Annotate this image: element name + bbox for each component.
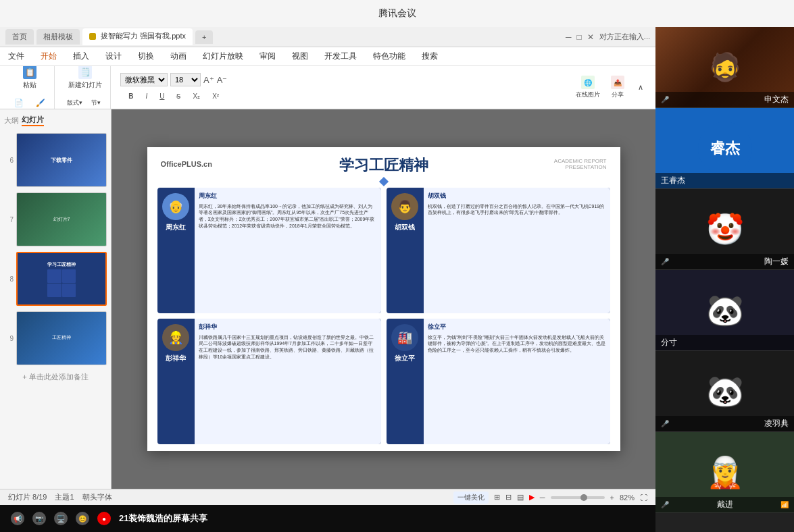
tab-bar: 首页 相册模板 拔智能写力 强国有我.pptx + ─ □ ✕ 对方正在输入..… bbox=[0, 27, 655, 47]
screen-icon[interactable]: 🖥️ bbox=[54, 512, 68, 525]
font-shrink-btn[interactable]: A⁻ bbox=[217, 75, 228, 85]
menu-insert[interactable]: 插入 bbox=[70, 49, 92, 63]
menu-slideshow[interactable]: 幻灯片放映 bbox=[200, 49, 246, 63]
emoji-icon[interactable]: 😊 bbox=[76, 512, 89, 525]
shen-photo: 🧔 bbox=[708, 51, 742, 83]
slide-thumb-8[interactable]: 学习工匠精神 bbox=[16, 252, 107, 306]
slide-thumb-9[interactable]: 工匠精神 bbox=[16, 311, 107, 365]
menu-start[interactable]: 开始 bbox=[38, 49, 59, 63]
strikethrough-btn[interactable]: S̶ bbox=[172, 90, 185, 102]
zoom-slider[interactable] bbox=[551, 496, 605, 499]
fen-name-bar: 分寸 bbox=[655, 335, 794, 350]
menu-animation[interactable]: 动画 bbox=[168, 49, 189, 63]
slide-add-button[interactable]: + 单击此处添加备注 bbox=[3, 369, 108, 385]
menu-file[interactable]: 文件 bbox=[5, 49, 27, 63]
menu-review[interactable]: 审阅 bbox=[257, 49, 278, 63]
slide-logo: OfficePLUS.cn bbox=[161, 160, 212, 168]
tao-name: 陶一媛 bbox=[764, 256, 789, 267]
ribbon-section-btn[interactable]: 节▾ bbox=[86, 94, 105, 110]
sub-btn[interactable]: X₂ bbox=[188, 90, 205, 102]
ribbon-font-group: 微软雅黑 18 A⁺ A⁻ B I U S̶ X₂ X² bbox=[116, 66, 231, 109]
menu-switch[interactable]: 切换 bbox=[135, 49, 157, 63]
tab-home[interactable]: 首页 bbox=[5, 29, 34, 45]
ppt-app: 首页 相册模板 拔智能写力 强国有我.pptx + ─ □ ✕ 对方正在输入..… bbox=[0, 27, 655, 505]
font-size-select[interactable]: 18 bbox=[170, 73, 201, 86]
ribbon-slide-group: 🗒️ 新建幻灯片 版式▾ 节▾ bbox=[60, 66, 111, 109]
zoom-thumb bbox=[580, 494, 587, 501]
slide-thumb-6-wrapper: 6 下载零件 bbox=[3, 132, 108, 188]
paste-icon: 📋 bbox=[23, 66, 36, 79]
ribbon-format-btn[interactable]: 🖌️ bbox=[31, 94, 50, 110]
announce-icon: 📢 bbox=[11, 512, 24, 525]
slideshow-btn[interactable]: ▶ bbox=[529, 493, 535, 502]
main-slide-area: OfficePLUS.cn 学习工匠精神 ACADEMIC REPORTPRES… bbox=[111, 109, 655, 489]
presentation-area: 首页 相册模板 拔智能写力 强国有我.pptx + ─ □ ✕ 对方正在输入..… bbox=[0, 27, 655, 532]
zoom-out-btn[interactable]: ─ bbox=[540, 494, 545, 502]
window-minimize[interactable]: ─ bbox=[566, 32, 572, 42]
menu-design[interactable]: 设计 bbox=[103, 49, 124, 63]
ribbon-collapse-btn[interactable]: ∧ bbox=[631, 78, 650, 97]
slide-card-zhou-title: 周东红 bbox=[199, 192, 377, 201]
slide-thumb-label[interactable]: 幻灯片 bbox=[22, 115, 44, 126]
one-click-btn[interactable]: 一键美化 bbox=[453, 491, 489, 504]
view-read-btn[interactable]: ▤ bbox=[517, 493, 524, 502]
italic-btn[interactable]: I bbox=[141, 90, 152, 102]
online-icon: 🌐 bbox=[581, 76, 595, 89]
slide-panel-header: 大纲 幻灯片 bbox=[3, 112, 108, 129]
window-close[interactable]: ✕ bbox=[587, 32, 594, 42]
ribbon-clipboard: 📋 粘贴 📄 🖌️ bbox=[5, 66, 55, 109]
slide-num-7: 7 bbox=[4, 216, 14, 223]
slide-thumb-9-wrapper: 9 工匠精神 bbox=[3, 310, 108, 367]
tab-template[interactable]: 相册模板 bbox=[36, 29, 80, 45]
participant-ling: 🐼 🎤 凌羽典 bbox=[655, 351, 794, 432]
ribbon-layout-btn[interactable]: 版式▾ bbox=[65, 94, 84, 110]
pptx-icon bbox=[89, 33, 96, 40]
slide-thumb-7[interactable]: 幻灯片7 bbox=[16, 192, 107, 246]
window-maximize[interactable]: □ bbox=[577, 32, 582, 42]
ribbon-online-btn[interactable]: 🌐 在线图片 bbox=[572, 73, 604, 102]
ribbon-paste-btn[interactable]: 📋 粘贴 bbox=[19, 66, 41, 92]
menu-devtools[interactable]: 开发工具 bbox=[322, 49, 359, 63]
font-family-select[interactable]: 微软雅黑 bbox=[120, 73, 168, 86]
underline-btn[interactable]: U bbox=[155, 90, 169, 102]
slide-card-xu-desc: 徐立平，为钱"利剑"不畏险"雕刻"火箭三十年固体火箭发动机是发射载人飞船火箭的关… bbox=[428, 334, 606, 354]
fullscreen-btn[interactable]: ⛶ bbox=[640, 494, 647, 502]
ling-mic-icon: 🎤 bbox=[661, 420, 669, 427]
sharing-text: 21装饰魏浩的屏幕共享 bbox=[119, 512, 207, 525]
slide-card-xu-name: 徐立平 bbox=[395, 354, 415, 363]
participant-fen: 🐼 分寸 bbox=[655, 270, 794, 351]
slide-content-grid: 👴 周东红 周东红 周东红，30年来始终保持着成品率100→的记录，他加工的纸毡… bbox=[157, 188, 610, 444]
share-icon: 📤 bbox=[611, 76, 624, 89]
bottom-bar: 📢 📷 🖥️ 😊 ● 21装饰魏浩的屏幕共享 bbox=[0, 505, 655, 532]
ribbon: 📋 粘贴 📄 🖌️ 🗒️ 新建幻灯片 版式▾ 节▾ bbox=[0, 66, 655, 109]
menu-view[interactable]: 视图 bbox=[289, 49, 311, 63]
tab-plus[interactable]: + bbox=[195, 30, 213, 44]
slide-thumb-7-wrapper: 7 幻灯片7 bbox=[3, 191, 108, 248]
ribbon-copy-btn[interactable]: 📄 bbox=[9, 94, 28, 110]
dai-mic-icon: 🎤 bbox=[661, 501, 669, 508]
bold-btn[interactable]: B bbox=[124, 90, 138, 102]
ribbon-new-slide-btn[interactable]: 🗒️ 新建幻灯片 bbox=[64, 66, 106, 92]
outline-label[interactable]: 大纲 bbox=[4, 115, 19, 126]
tab-active[interactable]: 拔智能写力 强国有我.pptx bbox=[82, 28, 193, 45]
menu-search[interactable]: 搜索 bbox=[419, 49, 441, 63]
theme-info: 主题1 bbox=[55, 492, 74, 502]
view-normal-btn[interactable]: ⊞ bbox=[494, 493, 500, 502]
record-icon[interactable]: ● bbox=[97, 512, 111, 525]
view-grid-btn[interactable]: ⊟ bbox=[505, 493, 512, 502]
slide-card-xu: 🏭 徐立平 徐立平 徐立平，为钱"利剑"不畏险"雕刻"火箭三十年固体火箭发动机是… bbox=[387, 319, 610, 444]
slide-canvas: OfficePLUS.cn 学习工匠精神 ACADEMIC REPORTPRES… bbox=[147, 147, 620, 451]
fen-emoji: 🐼 bbox=[706, 292, 744, 328]
font-grow-btn[interactable]: A⁺ bbox=[203, 75, 214, 85]
sup-btn[interactable]: X² bbox=[207, 90, 224, 102]
menu-special[interactable]: 特色功能 bbox=[370, 49, 408, 63]
ribbon-share-btn[interactable]: 📤 分享 bbox=[607, 73, 628, 102]
slide-card-peng: 👷 彭祥华 彭祥华 川藏铁路属几千国家十三五规划的重点项目，钻设难度创造了新的世… bbox=[157, 319, 381, 444]
camera-icon[interactable]: 📷 bbox=[32, 512, 46, 525]
tao-emoji: 🤡 bbox=[706, 211, 744, 247]
slide-brand: ACADEMIC REPORTPRESENTATION bbox=[554, 158, 607, 170]
slide-card-zhou-left: 👴 周东红 bbox=[157, 188, 195, 313]
slide-thumb-6[interactable]: 下载零件 bbox=[16, 133, 107, 187]
rong-name-bar: 王睿杰 bbox=[655, 173, 794, 188]
zoom-in-btn[interactable]: + bbox=[610, 494, 614, 502]
